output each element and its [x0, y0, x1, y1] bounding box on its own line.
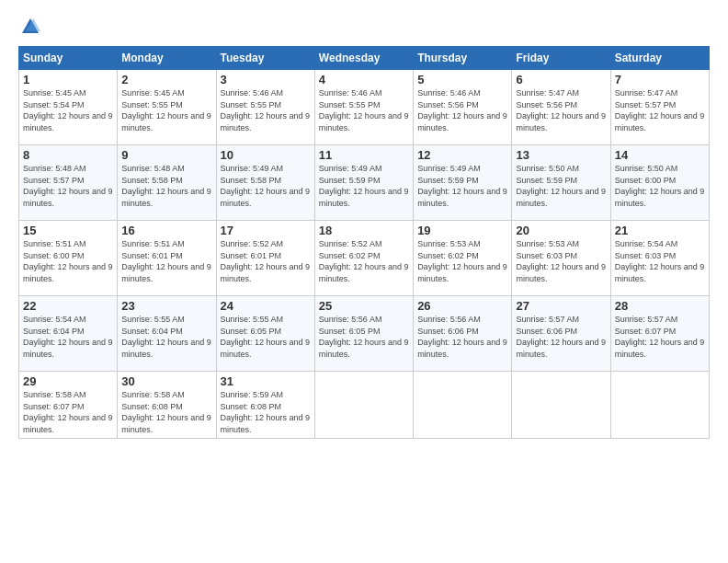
day-detail: Sunrise: 5:50 AMSunset: 6:00 PMDaylight:… — [615, 164, 705, 208]
calendar-cell: 8 Sunrise: 5:48 AMSunset: 5:57 PMDayligh… — [19, 145, 118, 221]
day-number: 8 — [23, 148, 113, 162]
day-number: 17 — [221, 224, 311, 237]
calendar-cell: 11 Sunrise: 5:49 AMSunset: 5:59 PMDaylig… — [314, 145, 413, 221]
calendar-cell: 19 Sunrise: 5:53 AMSunset: 6:02 PMDaylig… — [414, 221, 512, 296]
day-detail: Sunrise: 5:49 AMSunset: 5:59 PMDaylight:… — [319, 164, 409, 208]
calendar-cell — [512, 372, 610, 439]
calendar-cell: 23 Sunrise: 5:55 AMSunset: 6:04 PMDaylig… — [118, 296, 216, 372]
day-detail: Sunrise: 5:50 AMSunset: 5:59 PMDaylight:… — [516, 164, 606, 208]
week-row-5: 29 Sunrise: 5:58 AMSunset: 6:07 PMDaylig… — [19, 372, 710, 439]
day-number: 25 — [319, 299, 409, 313]
day-number: 15 — [23, 224, 113, 237]
day-detail: Sunrise: 5:46 AMSunset: 5:56 PMDaylight:… — [417, 88, 507, 132]
day-detail: Sunrise: 5:54 AMSunset: 6:03 PMDaylight:… — [615, 239, 705, 283]
day-detail: Sunrise: 5:48 AMSunset: 5:58 PMDaylight:… — [121, 164, 211, 208]
calendar-cell: 6 Sunrise: 5:47 AMSunset: 5:56 PMDayligh… — [512, 70, 610, 145]
calendar-cell: 24 Sunrise: 5:55 AMSunset: 6:05 PMDaylig… — [216, 296, 314, 372]
day-detail: Sunrise: 5:47 AMSunset: 5:57 PMDaylight:… — [615, 88, 705, 132]
calendar-cell: 26 Sunrise: 5:56 AMSunset: 6:06 PMDaylig… — [414, 296, 512, 372]
calendar-cell: 18 Sunrise: 5:52 AMSunset: 6:02 PMDaylig… — [314, 221, 413, 296]
day-number: 23 — [121, 299, 211, 313]
day-detail: Sunrise: 5:52 AMSunset: 6:01 PMDaylight:… — [221, 239, 311, 283]
calendar-cell: 17 Sunrise: 5:52 AMSunset: 6:01 PMDaylig… — [216, 221, 314, 296]
day-header-tuesday: Tuesday — [216, 47, 314, 70]
day-number: 11 — [319, 148, 409, 162]
day-number: 29 — [23, 374, 113, 388]
day-number: 4 — [319, 73, 409, 86]
calendar-cell: 9 Sunrise: 5:48 AMSunset: 5:58 PMDayligh… — [118, 145, 216, 221]
day-detail: Sunrise: 5:51 AMSunset: 6:01 PMDaylight:… — [121, 239, 211, 283]
calendar-table: SundayMondayTuesdayWednesdayThursdayFrid… — [18, 46, 710, 439]
day-number: 13 — [516, 148, 606, 162]
calendar-cell: 28 Sunrise: 5:57 AMSunset: 6:07 PMDaylig… — [610, 296, 709, 372]
calendar-cell: 5 Sunrise: 5:46 AMSunset: 5:56 PMDayligh… — [414, 70, 512, 145]
day-detail: Sunrise: 5:52 AMSunset: 6:02 PMDaylight:… — [319, 239, 409, 283]
day-number: 2 — [121, 73, 211, 86]
calendar-cell: 29 Sunrise: 5:58 AMSunset: 6:07 PMDaylig… — [19, 372, 118, 439]
calendar-cell: 3 Sunrise: 5:46 AMSunset: 5:55 PMDayligh… — [216, 70, 314, 145]
week-row-1: 1 Sunrise: 5:45 AMSunset: 5:54 PMDayligh… — [19, 70, 710, 145]
day-detail: Sunrise: 5:49 AMSunset: 5:59 PMDaylight:… — [417, 164, 507, 208]
day-header-thursday: Thursday — [414, 47, 512, 70]
day-detail: Sunrise: 5:48 AMSunset: 5:57 PMDaylight:… — [23, 164, 113, 208]
day-number: 27 — [516, 299, 606, 313]
day-number: 31 — [221, 374, 311, 388]
calendar-cell — [414, 372, 512, 439]
week-row-4: 22 Sunrise: 5:54 AMSunset: 6:04 PMDaylig… — [19, 296, 710, 372]
day-number: 9 — [121, 148, 211, 162]
day-detail: Sunrise: 5:57 AMSunset: 6:06 PMDaylight:… — [516, 315, 606, 359]
day-number: 7 — [615, 73, 705, 86]
calendar-cell: 27 Sunrise: 5:57 AMSunset: 6:06 PMDaylig… — [512, 296, 610, 372]
day-number: 14 — [615, 148, 705, 162]
calendar-cell: 2 Sunrise: 5:45 AMSunset: 5:55 PMDayligh… — [118, 70, 216, 145]
calendar-cell — [314, 372, 413, 439]
day-number: 6 — [516, 73, 606, 86]
calendar-cell: 20 Sunrise: 5:53 AMSunset: 6:03 PMDaylig… — [512, 221, 610, 296]
day-number: 5 — [417, 73, 507, 86]
calendar-cell: 22 Sunrise: 5:54 AMSunset: 6:04 PMDaylig… — [19, 296, 118, 372]
day-detail: Sunrise: 5:49 AMSunset: 5:58 PMDaylight:… — [221, 164, 311, 208]
day-detail: Sunrise: 5:47 AMSunset: 5:56 PMDaylight:… — [516, 88, 606, 132]
day-number: 12 — [417, 148, 507, 162]
day-header-wednesday: Wednesday — [314, 47, 413, 70]
day-detail: Sunrise: 5:55 AMSunset: 6:04 PMDaylight:… — [121, 315, 211, 359]
day-header-sunday: Sunday — [19, 47, 118, 70]
day-number: 30 — [121, 374, 211, 388]
day-detail: Sunrise: 5:53 AMSunset: 6:02 PMDaylight:… — [417, 239, 507, 283]
day-detail: Sunrise: 5:56 AMSunset: 6:05 PMDaylight:… — [319, 315, 409, 359]
calendar-cell: 10 Sunrise: 5:49 AMSunset: 5:58 PMDaylig… — [216, 145, 314, 221]
calendar-cell: 31 Sunrise: 5:59 AMSunset: 6:08 PMDaylig… — [216, 372, 314, 439]
day-number: 21 — [615, 224, 705, 237]
calendar-cell: 15 Sunrise: 5:51 AMSunset: 6:00 PMDaylig… — [19, 221, 118, 296]
day-number: 19 — [417, 224, 507, 237]
day-number: 16 — [121, 224, 211, 237]
day-number: 10 — [221, 148, 311, 162]
day-number: 18 — [319, 224, 409, 237]
logo — [18, 17, 40, 37]
calendar-cell: 12 Sunrise: 5:49 AMSunset: 5:59 PMDaylig… — [414, 145, 512, 221]
day-number: 1 — [23, 73, 113, 86]
day-detail: Sunrise: 5:59 AMSunset: 6:08 PMDaylight:… — [221, 390, 311, 434]
calendar-cell: 25 Sunrise: 5:56 AMSunset: 6:05 PMDaylig… — [314, 296, 413, 372]
day-detail: Sunrise: 5:54 AMSunset: 6:04 PMDaylight:… — [23, 315, 113, 359]
day-header-saturday: Saturday — [610, 47, 709, 70]
day-number: 22 — [23, 299, 113, 313]
day-detail: Sunrise: 5:51 AMSunset: 6:00 PMDaylight:… — [23, 239, 113, 283]
week-row-2: 8 Sunrise: 5:48 AMSunset: 5:57 PMDayligh… — [19, 145, 710, 221]
calendar-cell: 1 Sunrise: 5:45 AMSunset: 5:54 PMDayligh… — [19, 70, 118, 145]
day-number: 3 — [221, 73, 311, 86]
calendar-cell: 30 Sunrise: 5:58 AMSunset: 6:08 PMDaylig… — [118, 372, 216, 439]
calendar-cell: 4 Sunrise: 5:46 AMSunset: 5:55 PMDayligh… — [314, 70, 413, 145]
day-header-monday: Monday — [118, 47, 216, 70]
day-detail: Sunrise: 5:53 AMSunset: 6:03 PMDaylight:… — [516, 239, 606, 283]
day-detail: Sunrise: 5:58 AMSunset: 6:07 PMDaylight:… — [23, 390, 113, 434]
day-detail: Sunrise: 5:46 AMSunset: 5:55 PMDaylight:… — [221, 88, 311, 132]
day-detail: Sunrise: 5:55 AMSunset: 6:05 PMDaylight:… — [221, 315, 311, 359]
day-header-friday: Friday — [512, 47, 610, 70]
calendar-cell: 7 Sunrise: 5:47 AMSunset: 5:57 PMDayligh… — [610, 70, 709, 145]
day-detail: Sunrise: 5:45 AMSunset: 5:54 PMDaylight:… — [23, 88, 113, 132]
page: SundayMondayTuesdayWednesdayThursdayFrid… — [0, 0, 728, 563]
day-detail: Sunrise: 5:58 AMSunset: 6:08 PMDaylight:… — [121, 390, 211, 434]
week-row-3: 15 Sunrise: 5:51 AMSunset: 6:00 PMDaylig… — [19, 221, 710, 296]
day-number: 28 — [615, 299, 705, 313]
